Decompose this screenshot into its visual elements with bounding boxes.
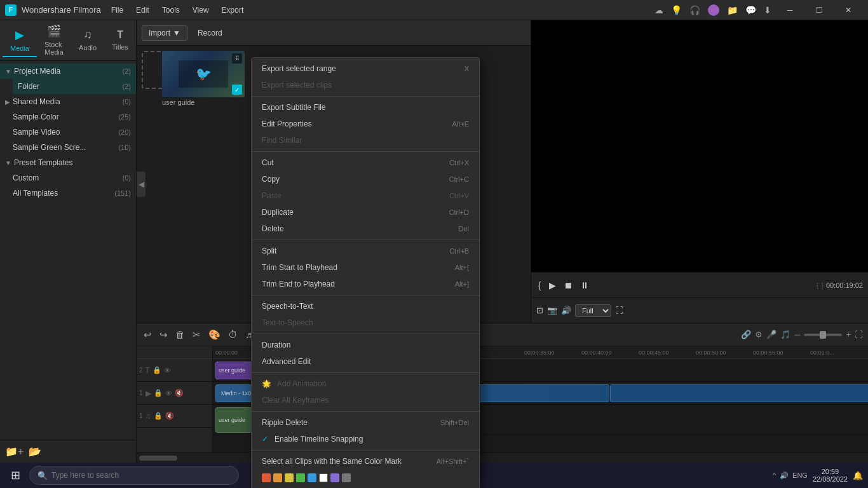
system-clock[interactable]: 20:59 22/08/2022 — [813, 468, 848, 483]
sys-tray-lang[interactable]: ENG — [792, 471, 808, 479]
cm-export-subtitle[interactable]: Export Subtitle File — [252, 99, 479, 116]
cm-duplicate[interactable]: Duplicate Ctrl+D — [252, 204, 479, 220]
preview-audio-icon[interactable]: 🔊 — [561, 306, 571, 315]
tab-stock-media[interactable]: 🎬 Stock Media — [37, 20, 71, 61]
cloud-icon[interactable]: ☁ — [654, 5, 663, 15]
menu-view[interactable]: View — [187, 4, 214, 16]
search-bar[interactable]: 🔍 — [29, 466, 239, 485]
sidebar-item-sample-video[interactable]: Sample Video (20) — [0, 125, 136, 140]
import-button[interactable]: Import ▼ — [142, 25, 187, 41]
track-lock-audio-1[interactable]: 🔒 — [154, 412, 163, 420]
tab-media[interactable]: ▶ Media — [3, 24, 37, 57]
cm-trim-end[interactable]: Trim End to Playhead Alt+] — [252, 276, 479, 292]
tl-undo-icon[interactable]: ↩ — [142, 327, 154, 342]
idea-icon[interactable]: 💡 — [671, 5, 682, 15]
notification-icon[interactable]: 🔔 — [853, 471, 863, 480]
zoom-slider-thumb[interactable] — [820, 331, 826, 339]
cm-copy[interactable]: Copy Ctrl+C — [252, 171, 479, 187]
sidebar-item-folder[interactable]: Folder (2) — [13, 79, 136, 94]
timeline-anchor-icon[interactable]: 🔗 — [741, 330, 751, 339]
menu-file[interactable]: File — [106, 4, 128, 16]
cm-advanced-edit[interactable]: Advanced Edit — [252, 353, 479, 370]
menu-export[interactable]: Export — [217, 4, 249, 16]
preview-fit-icon[interactable]: ⊡ — [536, 306, 543, 315]
timeline-zoom-slider[interactable] — [804, 334, 842, 336]
timeline-zoom-in-icon[interactable]: + — [846, 330, 851, 339]
folder-icon[interactable]: 📂 — [29, 445, 41, 458]
tl-delete-icon[interactable]: 🗑 — [173, 327, 187, 342]
cm-split[interactable]: Split Ctrl+B — [252, 243, 479, 259]
user-icon[interactable] — [708, 4, 719, 16]
swatch-teal[interactable] — [308, 473, 316, 482]
timeline-zoom-out-icon[interactable]: ─ — [794, 330, 800, 339]
clip-video-2[interactable] — [610, 384, 868, 402]
timeline-music-icon[interactable]: 🎵 — [780, 330, 790, 339]
tl-color-icon[interactable]: 🎨 — [207, 327, 222, 342]
sidebar-item-custom[interactable]: Custom (0) — [0, 170, 136, 186]
preview-expand-icon[interactable]: ⛶ — [615, 306, 623, 315]
preview-pause-icon[interactable]: ⏸ — [578, 278, 591, 292]
swatch-green[interactable] — [296, 473, 305, 482]
timeline-expand-icon[interactable]: ⛶ — [855, 330, 863, 339]
cm-export-range[interactable]: Export selected range X — [252, 60, 479, 77]
sidebar-item-project-media[interactable]: ▼ Project Media (2) — [0, 64, 136, 79]
track-mute-audio-1[interactable]: 🔇 — [165, 412, 174, 420]
swatch-purple[interactable] — [330, 473, 339, 482]
swatch-yellow[interactable] — [285, 473, 294, 482]
headphone-icon[interactable]: 🎧 — [689, 5, 700, 15]
tl-redo-icon[interactable]: ↪ — [158, 327, 170, 342]
cm-select-color[interactable]: Select all Clips with the Same Color Mar… — [252, 453, 479, 470]
sys-tray-speaker[interactable]: 🔊 — [780, 471, 789, 480]
cm-enable-snapping[interactable]: ✓ Enable Timeline Snapping — [252, 431, 479, 447]
track-vis-1[interactable]: 👁 — [165, 390, 172, 397]
record-button[interactable]: Record — [193, 26, 227, 40]
preview-stop-icon[interactable]: ⏹ — [562, 278, 574, 292]
folder-icon[interactable]: 📁 — [727, 5, 738, 15]
tl-cut-icon[interactable]: ✂ — [191, 327, 203, 342]
timeline-settings-icon[interactable]: ⚙ — [755, 330, 763, 339]
swatch-orange[interactable] — [273, 473, 282, 482]
tab-titles[interactable]: T Titles — [104, 25, 136, 56]
zoom-select[interactable]: Full 50% 75% — [575, 304, 611, 317]
sidebar-item-preset-templates[interactable]: ▼ Preset Templates — [0, 155, 136, 170]
sidebar-item-all-templates[interactable]: All Templates (151) — [0, 186, 136, 201]
swatch-white[interactable] — [319, 473, 328, 482]
cm-cut[interactable]: Cut Ctrl+X — [252, 154, 479, 171]
track-vis-2[interactable]: 👁 — [164, 367, 171, 374]
track-title-icon: T — [146, 366, 150, 375]
collapse-left-arrow[interactable]: ◀ — [137, 172, 146, 197]
swatch-gray[interactable] — [342, 473, 351, 482]
cm-edit-properties[interactable]: Edit Properties Alt+E — [252, 116, 479, 132]
search-input[interactable] — [51, 471, 231, 480]
preview-back-icon[interactable]: { — [536, 278, 543, 292]
sidebar-item-sample-color[interactable]: Sample Color (25) — [0, 109, 136, 125]
start-button[interactable]: ⊞ — [3, 463, 28, 488]
cm-speech-to-text[interactable]: Speech-to-Text — [252, 298, 479, 315]
tab-audio[interactable]: ♫ Audio — [71, 24, 104, 57]
tl-speed-icon[interactable]: ⏱ — [226, 327, 240, 342]
menu-tools[interactable]: Tools — [157, 4, 185, 16]
swatch-orange-red[interactable] — [262, 473, 271, 482]
close-button[interactable]: ✕ — [834, 0, 863, 20]
cm-ripple-delete[interactable]: Ripple Delete Shift+Del — [252, 414, 479, 431]
add-folder-icon[interactable]: 📁+ — [5, 445, 24, 458]
track-mute-1[interactable]: 🔇 — [175, 389, 184, 397]
maximize-button[interactable]: ☐ — [804, 0, 834, 20]
menu-edit[interactable]: Edit — [131, 4, 154, 16]
download-icon[interactable]: ⬇ — [764, 5, 771, 15]
cm-delete[interactable]: Delete Del — [252, 220, 479, 237]
hscroll-thumb[interactable] — [139, 456, 177, 461]
cm-trim-start[interactable]: Trim Start to Playhead Alt+[ — [252, 259, 479, 276]
preview-snapshot-icon[interactable]: 📷 — [547, 306, 557, 315]
sidebar-item-shared-media[interactable]: ▶ Shared Media (0) — [0, 94, 136, 109]
media-thumb-userguide[interactable]: 🐦 ⠿ ✓ user guide — [162, 51, 245, 106]
sidebar-item-sample-green[interactable]: Sample Green Scre... (10) — [0, 140, 136, 155]
track-lock-1[interactable]: 🔒 — [154, 389, 163, 397]
preview-play-icon[interactable]: ▶ — [547, 278, 558, 292]
sys-tray-expand[interactable]: ^ — [773, 471, 776, 479]
message-icon[interactable]: 💬 — [745, 5, 756, 15]
minimize-button[interactable]: ─ — [775, 0, 804, 20]
timeline-mic-icon[interactable]: 🎤 — [766, 330, 776, 339]
cm-duration[interactable]: Duration — [252, 337, 479, 353]
track-lock-2[interactable]: 🔒 — [153, 366, 161, 374]
